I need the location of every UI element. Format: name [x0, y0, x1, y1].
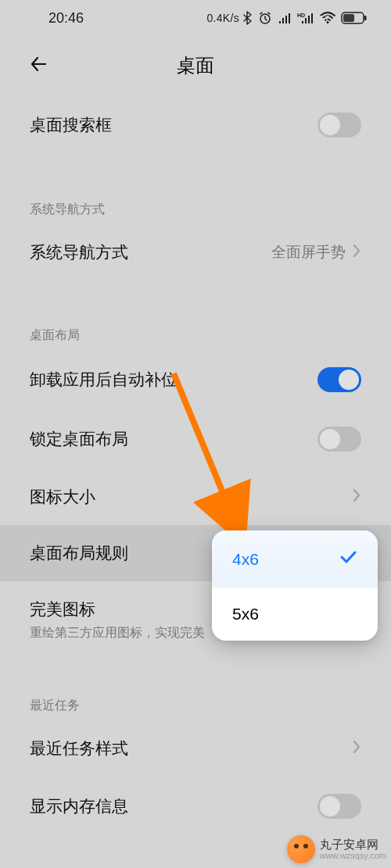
- row-icon-size[interactable]: 图标大小: [0, 469, 391, 525]
- toggle-desktop-search[interactable]: [317, 113, 361, 138]
- arrow-left-icon: [28, 53, 50, 75]
- section-layout: 桌面布局: [0, 304, 391, 350]
- label-perfect-icon: 完美图标: [30, 598, 95, 620]
- battery-percent: 57: [320, 14, 329, 23]
- bluetooth-icon: [243, 11, 253, 25]
- row-recent-style[interactable]: 最近任务样式: [0, 720, 391, 777]
- row-nav-mode[interactable]: 系统导航方式 全面屏手势: [0, 224, 391, 280]
- statusbar: 20:46 0.4K/s HD 57: [0, 0, 391, 36]
- popup-option-5x6[interactable]: 5x6: [212, 588, 378, 641]
- header: 桌面: [0, 36, 391, 95]
- label-desktop-search: 桌面搜索框: [30, 114, 317, 136]
- alarm-icon: [258, 11, 272, 25]
- toggle-lock-layout[interactable]: [317, 427, 361, 452]
- chevron-right-icon: [352, 243, 361, 262]
- sublabel-perfect-icon: 重绘第三方应用图标，实现完美: [30, 625, 205, 641]
- label-nav-mode: 系统导航方式: [30, 241, 271, 263]
- section-recent: 最近任务: [0, 674, 391, 720]
- watermark-url: www.wzsqsy.com: [320, 851, 386, 861]
- watermark-name: 丸子安卓网: [320, 838, 378, 851]
- battery-icon: 57: [341, 11, 368, 25]
- page-title: 桌面: [0, 53, 391, 78]
- toggle-auto-fill[interactable]: [317, 367, 361, 392]
- svg-text:HD: HD: [297, 13, 305, 18]
- net-speed: 0.4K/s: [207, 12, 240, 24]
- watermark: 丸子安卓网 www.wzsqsy.com: [287, 835, 386, 863]
- signal-icon-1: [278, 12, 292, 24]
- label-lock-layout: 锁定桌面布局: [30, 428, 317, 450]
- popup-option-label: 4x6: [232, 550, 259, 569]
- status-right: 0.4K/s HD 57: [207, 11, 368, 25]
- row-lock-layout[interactable]: 锁定桌面布局: [0, 409, 391, 469]
- row-show-mem[interactable]: 显示内存信息: [0, 777, 391, 836]
- popup-option-4x6[interactable]: 4x6: [212, 530, 378, 588]
- chevron-right-icon: [352, 488, 361, 506]
- toggle-show-mem[interactable]: [317, 794, 361, 819]
- watermark-logo-icon: [287, 835, 315, 863]
- status-time: 20:46: [48, 10, 84, 27]
- svg-rect-5: [343, 14, 354, 22]
- check-icon: [339, 548, 357, 570]
- label-show-mem: 显示内存信息: [30, 795, 317, 817]
- label-icon-size: 图标大小: [30, 486, 352, 508]
- back-button[interactable]: [28, 53, 50, 78]
- chevron-right-icon: [352, 739, 361, 758]
- signal-icon-2: HD: [297, 12, 314, 24]
- layout-rule-popup: 4x6 5x6: [212, 530, 378, 641]
- watermark-text: 丸子安卓网 www.wzsqsy.com: [320, 838, 386, 861]
- label-recent-style: 最近任务样式: [30, 738, 352, 759]
- value-nav-mode: 全面屏手势: [271, 242, 346, 263]
- popup-option-label: 5x6: [232, 605, 259, 623]
- label-auto-fill: 卸载应用后自动补位: [30, 369, 317, 391]
- svg-rect-4: [364, 16, 367, 20]
- row-desktop-search[interactable]: 桌面搜索框: [0, 95, 391, 155]
- section-nav: 系统导航方式: [0, 178, 391, 224]
- screen: 20:46 0.4K/s HD 57 桌面 桌面搜索框 系统导航方式 系统导航方…: [0, 0, 391, 868]
- row-auto-fill[interactable]: 卸载应用后自动补位: [0, 350, 391, 409]
